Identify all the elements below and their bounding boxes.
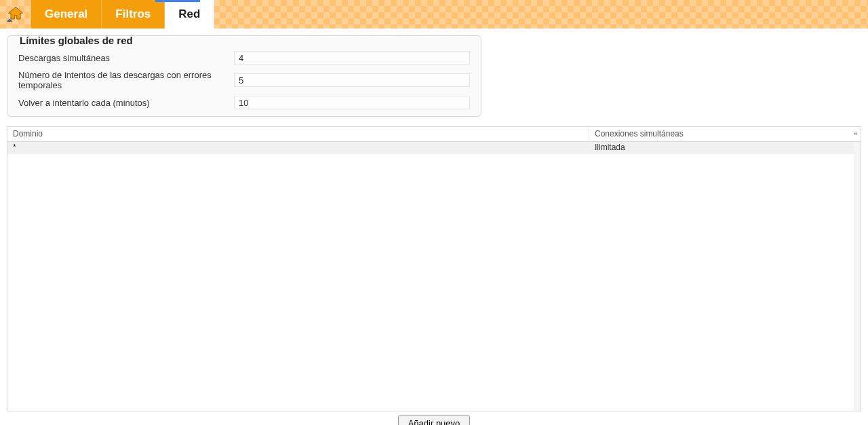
row-simultaneous-downloads: Descargas simultáneas (18, 51, 470, 64)
tab-filtros[interactable]: Filtros (102, 0, 165, 29)
input-simultaneous-downloads[interactable] (234, 51, 470, 64)
column-header-domain[interactable]: Dominio (7, 127, 589, 141)
active-tab-indicator (155, 0, 200, 2)
label-retry-every: Volver a intentarlo cada (minutos) (18, 98, 227, 108)
cell-domain: * (7, 142, 589, 154)
add-new-button[interactable]: Añadir nuevo (398, 415, 471, 425)
row-retry-every: Volver a intentarlo cada (minutos) (18, 96, 470, 109)
table-header: Dominio Conexiones simultáneas ≡ (7, 127, 861, 142)
column-header-connections[interactable]: Conexiones simultáneas ≡ (589, 127, 861, 141)
input-retry-count[interactable] (234, 73, 470, 87)
column-header-connections-label: Conexiones simultáneas (595, 129, 684, 138)
svg-marker-1 (7, 19, 12, 22)
cell-connections-value: Ilimitada (595, 143, 625, 152)
global-network-limits-group: Límites globales de red Descargas simult… (7, 35, 481, 117)
group-legend: Límites globales de red (17, 35, 136, 46)
row-retry-count: Número de intentos de las descargas con … (18, 70, 470, 90)
input-retry-every[interactable] (234, 96, 470, 109)
svg-marker-0 (9, 7, 23, 20)
back-button[interactable] (0, 0, 31, 29)
label-simultaneous-downloads: Descargas simultáneas (18, 53, 227, 63)
tab-general[interactable]: General (31, 0, 102, 29)
table-row[interactable]: * Ilimitada ▴ (7, 142, 861, 154)
label-retry-count: Número de intentos de las descargas con … (18, 70, 227, 90)
home-arrow-icon (6, 5, 25, 24)
cell-connections: Ilimitada ▴ (589, 142, 861, 154)
footer: Añadir nuevo (0, 415, 868, 425)
table-scrollbar[interactable] (854, 142, 861, 411)
table-body: * Ilimitada ▴ (7, 142, 861, 411)
tab-bar: General Filtros Red (0, 0, 868, 29)
domain-limits-table: Dominio Conexiones simultáneas ≡ * Ilimi… (7, 126, 861, 411)
tab-red[interactable]: Red (165, 0, 214, 29)
column-menu-icon[interactable]: ≡ (854, 129, 858, 137)
